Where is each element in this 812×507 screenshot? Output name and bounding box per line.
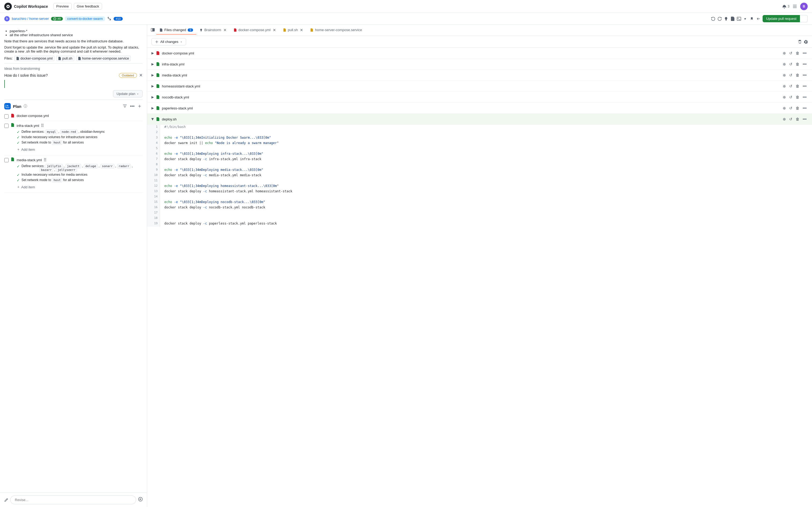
file-action-more-4[interactable]: ••• xyxy=(802,83,808,89)
file-name-nocodb-stack: nocodb-stack.yml xyxy=(162,95,782,99)
file-name-paperless-stack: paperless-stack.yml xyxy=(162,106,782,110)
tab-home-server-compose[interactable]: home-server-compose.service xyxy=(307,26,365,35)
top-nav-right: 3 B xyxy=(782,3,808,10)
code-line-19: 19 docker stack deploy -c paperless-stac… xyxy=(147,221,812,227)
drag-handle-3[interactable]: ⠿ xyxy=(44,158,47,163)
plan-file-3: media-stack.yml ⠿ ✓ Define services: jel… xyxy=(4,155,143,193)
file-action-refresh-3[interactable]: ↺ xyxy=(788,72,794,78)
plan-file-checkbox-2[interactable] xyxy=(4,124,9,128)
file-action-delete-1[interactable]: 🗑 xyxy=(795,50,801,56)
file-action-pin-1[interactable]: ⊕ xyxy=(782,50,787,56)
top-nav-actions: Preview Give feedback xyxy=(53,3,102,10)
app-logo: Copilot Workspace xyxy=(4,3,48,10)
tab-pull-sh[interactable]: pull.sh ✕ xyxy=(280,26,307,35)
menu-button[interactable] xyxy=(793,4,797,9)
file-action-pin-5[interactable]: ⊕ xyxy=(782,95,787,100)
delete-idea-button[interactable]: ✕ xyxy=(139,73,143,78)
bell-button[interactable]: 3 xyxy=(782,4,790,9)
lightbulb-button[interactable] xyxy=(724,17,728,21)
filter-button[interactable] xyxy=(122,103,128,109)
file-action-pin-2[interactable]: ⊕ xyxy=(782,61,787,67)
plan-file-checkbox-3[interactable] xyxy=(4,158,9,162)
tab-brainstorm-close[interactable]: ✕ xyxy=(223,28,227,32)
update-pr-button[interactable]: Update pull request xyxy=(763,15,800,22)
preview-button[interactable]: Preview xyxy=(53,3,72,10)
file-action-pin-7[interactable]: ⊕ xyxy=(782,116,787,122)
settings-button[interactable] xyxy=(804,40,808,44)
idea-row: How do I solve this issue? Outdated ✕ xyxy=(4,73,143,78)
revise-send-button[interactable] xyxy=(138,497,143,503)
file-action-pin-3[interactable]: ⊕ xyxy=(782,72,787,78)
media-task-3: ✓ Set network mode to host for all servi… xyxy=(17,178,143,182)
file-action-refresh-4[interactable]: ↺ xyxy=(788,83,794,89)
delete-all-button[interactable] xyxy=(798,40,802,44)
file-row-media-stack[interactable]: ▶ media-stack.yml ⊕ ↺ 🗑 ••• xyxy=(147,70,812,81)
share-button[interactable] xyxy=(756,17,760,21)
file-action-refresh-1[interactable]: ↺ xyxy=(788,50,794,56)
all-changes-button[interactable]: All changes xyxy=(151,38,186,45)
files-button[interactable] xyxy=(730,17,735,21)
redo-button[interactable] xyxy=(717,17,722,21)
file-row-infra-stack[interactable]: ▶ infra-stack.yml ⊕ ↺ 🗑 ••• xyxy=(147,59,812,70)
file-icon-paperless-stack xyxy=(156,106,160,110)
file-row-docker-compose[interactable]: ▶ docker-compose.yml ⊕ ↺ 🗑 ••• xyxy=(147,48,812,59)
file-action-more-3[interactable]: ••• xyxy=(802,72,808,78)
terminal-button[interactable] xyxy=(737,17,741,21)
drag-handle-2[interactable]: ⠿ xyxy=(41,123,44,128)
file-action-more-2[interactable]: ••• xyxy=(802,61,808,67)
left-panel: paperless-* all the other infrastructure… xyxy=(0,25,147,507)
code-button[interactable] xyxy=(743,17,748,21)
file-action-delete-5[interactable]: 🗑 xyxy=(795,95,801,100)
file-action-delete-7[interactable]: 🗑 xyxy=(795,116,801,122)
media-task-2: ✓ Include necessary volumes for media se… xyxy=(17,173,143,177)
file-action-delete-6[interactable]: 🗑 xyxy=(795,105,801,111)
file-action-more-1[interactable]: ••• xyxy=(802,50,808,56)
avatar[interactable]: B xyxy=(800,3,808,10)
chevron-infra-stack: ▶ xyxy=(151,62,154,66)
homeassistant-stack-actions: ⊕ ↺ 🗑 ••• xyxy=(782,83,808,89)
media-add-item-button[interactable]: ＋ Add item xyxy=(17,183,35,190)
feedback-button[interactable]: Give feedback xyxy=(74,3,102,10)
bookmark-button[interactable] xyxy=(750,17,754,21)
pr-nav: b baruchiro / home-server #9 convert-to-… xyxy=(0,13,812,25)
add-plan-button[interactable] xyxy=(137,103,143,109)
tab-brainstorm[interactable]: Brainstorm ✕ xyxy=(196,26,231,35)
file-action-delete-2[interactable]: 🗑 xyxy=(795,61,801,67)
file-action-pin-4[interactable]: ⊕ xyxy=(782,83,787,89)
infra-add-item-button[interactable]: ＋ Add item xyxy=(17,146,35,153)
tab-sidebar-button[interactable] xyxy=(149,27,156,34)
file-row-homeassistant-stack[interactable]: ▶ homeassistant-stack.yml ⊕ ↺ 🗑 ••• xyxy=(147,81,812,92)
file-row-deploy-sh[interactable]: ▶ deploy.sh ⊕ ↺ 🗑 ••• xyxy=(147,114,812,125)
plan-file-checkbox-1[interactable] xyxy=(4,114,9,119)
file-action-more-7[interactable]: ••• xyxy=(802,116,808,122)
file-action-refresh-2[interactable]: ↺ xyxy=(788,61,794,67)
file-action-refresh-5[interactable]: ↺ xyxy=(788,95,794,100)
code-line-10: 10 docker stack deploy -c media-stack.ym… xyxy=(147,173,812,178)
update-plan-button[interactable]: Update plan xyxy=(113,90,143,97)
file-action-pin-6[interactable]: ⊕ xyxy=(782,105,787,111)
file-action-refresh-6[interactable]: ↺ xyxy=(788,105,794,111)
code-line-3: 3 echo -e "\033[1;34mInitializing Docker… xyxy=(147,135,812,141)
tab-pull-sh-close[interactable]: ✕ xyxy=(299,28,304,32)
plan-file-1-content: docker-compose.yml xyxy=(17,114,143,118)
code-line-2: 2 xyxy=(147,130,812,135)
plan-section-header: Plan ⓘ ••• xyxy=(4,100,143,112)
update-pr-split-button[interactable] xyxy=(800,15,808,22)
file-action-more-5[interactable]: ••• xyxy=(802,95,808,100)
file-row-nocodb-stack[interactable]: ▶ nocodb-stack.yml ⊕ ↺ 🗑 ••• xyxy=(147,92,812,103)
undo-button[interactable] xyxy=(711,17,715,21)
file-action-more-6[interactable]: ••• xyxy=(802,105,808,111)
tab-files-changed[interactable]: Files changed 9 xyxy=(156,26,196,35)
file-action-delete-3[interactable]: 🗑 xyxy=(795,72,801,78)
outdated-badge: Outdated xyxy=(119,73,137,78)
file-action-refresh-7[interactable]: ↺ xyxy=(788,116,794,122)
plan-info-button[interactable]: ⓘ xyxy=(23,104,27,109)
more-button[interactable]: ••• xyxy=(129,103,136,109)
revise-input[interactable] xyxy=(10,496,136,504)
file-action-delete-4[interactable]: 🗑 xyxy=(795,83,801,89)
tab-docker-compose-close[interactable]: ✕ xyxy=(272,28,276,32)
repo-link[interactable]: baruchiro / home-server xyxy=(12,17,49,21)
code-line-1: 1 #!/bin/bash xyxy=(147,125,812,130)
file-row-paperless-stack[interactable]: ▶ paperless-stack.yml ⊕ ↺ 🗑 ••• xyxy=(147,103,812,114)
tab-docker-compose[interactable]: docker-compose.yml ✕ xyxy=(231,26,280,35)
